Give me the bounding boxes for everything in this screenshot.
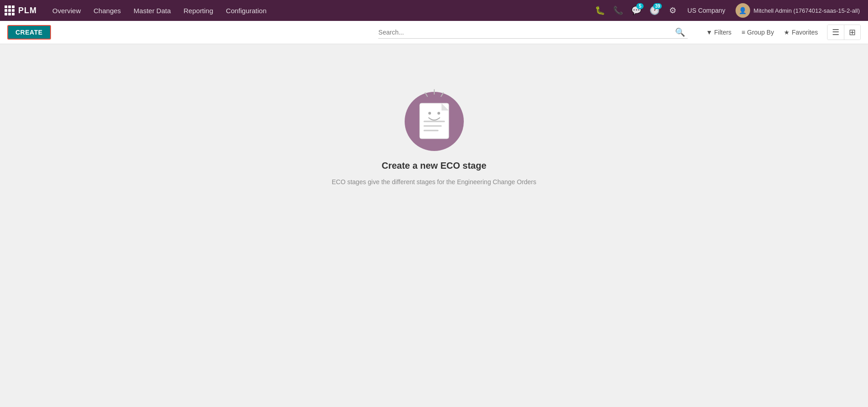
- svg-point-7: [437, 112, 440, 115]
- company-selector[interactable]: US Company: [683, 7, 730, 14]
- toolbar: CREATE 🔍 ▼ Filters ≡ Group By ★ Favorite…: [0, 21, 868, 44]
- chat-icon[interactable]: 💬 5: [628, 2, 645, 19]
- favorites-icon: ★: [784, 29, 790, 36]
- filters-button[interactable]: ▼ Filters: [701, 26, 736, 38]
- nav-links: Overview Changes Master Data Reporting C…: [46, 0, 592, 21]
- avatar: 👤: [736, 3, 750, 18]
- empty-state: Create a new ECO stage ECO stages give t…: [0, 44, 868, 204]
- nav-reporting[interactable]: Reporting: [177, 0, 219, 21]
- create-button[interactable]: CREATE: [7, 25, 51, 40]
- view-toggle: ☰ ⊞: [827, 25, 861, 40]
- nav-icons-group: 🐛 📞 💬 5 🕐 39 ⚙ US Company 👤 Mitchell Adm…: [592, 2, 863, 19]
- filter-icon: ▼: [706, 29, 712, 36]
- favorites-label: Favorites: [792, 29, 818, 36]
- groupby-icon: ≡: [741, 29, 745, 36]
- brand-logo: PLM: [18, 6, 37, 15]
- nav-changes[interactable]: Changes: [87, 0, 127, 21]
- list-view-button[interactable]: ☰: [827, 25, 844, 40]
- search-input[interactable]: [378, 27, 672, 38]
- kanban-view-button[interactable]: ⊞: [844, 25, 860, 40]
- search-icon[interactable]: 🔍: [672, 26, 688, 38]
- nav-configuration[interactable]: Configuration: [219, 0, 273, 21]
- groupby-label: Group By: [747, 29, 774, 36]
- activity-icon[interactable]: 🕐 39: [646, 2, 663, 19]
- svg-point-6: [428, 112, 431, 115]
- settings-icon[interactable]: ⚙: [665, 2, 681, 19]
- chat-badge: 5: [636, 3, 644, 9]
- filter-buttons: ▼ Filters ≡ Group By ★ Favorites: [701, 26, 822, 38]
- phone-icon[interactable]: 📞: [610, 2, 626, 19]
- activity-badge: 39: [653, 3, 662, 9]
- empty-state-title: Create a new ECO stage: [381, 161, 486, 171]
- apps-grid-icon[interactable]: [5, 5, 15, 15]
- top-navigation: PLM Overview Changes Master Data Reporti…: [0, 0, 868, 21]
- empty-illustration: [398, 80, 471, 153]
- user-name: Mitchell Admin (17674012-saas-15-2-all): [754, 7, 860, 14]
- empty-state-subtitle: ECO stages give the different stages for…: [332, 178, 537, 186]
- nav-master-data[interactable]: Master Data: [127, 0, 178, 21]
- nav-overview[interactable]: Overview: [46, 0, 87, 21]
- favorites-button[interactable]: ★ Favorites: [779, 26, 822, 38]
- search-bar: 🔍: [378, 26, 688, 39]
- bug-icon[interactable]: 🐛: [592, 2, 608, 19]
- user-menu[interactable]: 👤 Mitchell Admin (17674012-saas-15-2-all…: [732, 3, 863, 18]
- groupby-button[interactable]: ≡ Group By: [737, 26, 778, 38]
- filters-label: Filters: [714, 29, 731, 36]
